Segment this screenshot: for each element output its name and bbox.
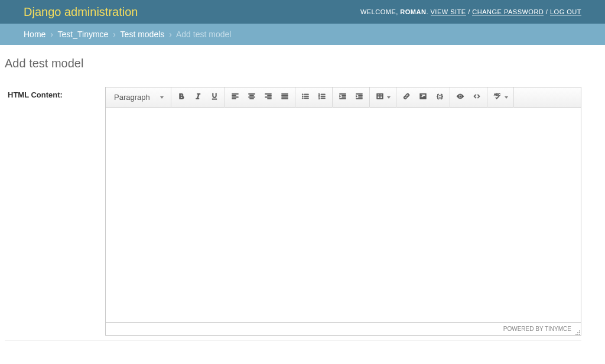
align-center-icon (247, 92, 256, 103)
format-select-label: Paragraph (114, 93, 150, 102)
image-icon (418, 92, 428, 103)
link-icon (402, 92, 411, 103)
svg-point-13 (579, 330, 580, 332)
breadcrumb-app[interactable]: Test_Tinymce (58, 30, 109, 39)
align-right-button[interactable] (260, 90, 277, 105)
admin-header: Django administration WELCOME, ROMAN. VI… (0, 0, 605, 24)
eye-icon (456, 92, 465, 103)
italic-icon (193, 92, 203, 103)
svg-point-1 (302, 96, 303, 97)
toolbar-group-view (450, 87, 487, 108)
align-left-icon (230, 92, 240, 103)
field-body: Paragraph (105, 87, 581, 336)
codesample-button[interactable]: {;} (431, 90, 448, 105)
user-tools: WELCOME, ROMAN. VIEW SITE / CHANGE PASSW… (360, 8, 581, 15)
chevron-down-icon (160, 96, 164, 99)
branding: Django administration (24, 5, 138, 19)
view-site-link[interactable]: VIEW SITE (431, 8, 466, 16)
table-button[interactable] (372, 90, 394, 105)
html-content-label: HTML Content: (5, 87, 105, 336)
preview-button[interactable] (452, 90, 469, 105)
numbered-list-button[interactable]: 123 (314, 90, 330, 105)
link-button[interactable] (398, 90, 415, 105)
align-right-icon (264, 92, 273, 103)
codesample-icon: {;} (435, 92, 444, 103)
breadcrumb-current: Add test model (176, 30, 231, 39)
chevron-down-icon (505, 96, 508, 99)
numbered-list-icon: 123 (317, 92, 327, 103)
spellcheck-button[interactable]: ABC (489, 90, 512, 105)
username: ROMAN (400, 8, 426, 15)
align-justify-icon (280, 92, 290, 103)
tinymce-statusbar: POWERED BY TINYMCE (106, 322, 581, 335)
breadcrumbs: Home › Test_Tinymce › Test models › Add … (0, 24, 605, 45)
svg-text:{;}: {;} (437, 93, 443, 99)
underline-icon (210, 92, 219, 103)
code-button[interactable] (469, 90, 485, 105)
toolbar-group-align (225, 87, 295, 108)
toolbar-group-table (370, 87, 396, 108)
bullet-list-icon (301, 92, 310, 103)
svg-point-8 (579, 334, 580, 335)
change-password-link[interactable]: CHANGE PASSWORD (472, 8, 544, 16)
bold-button[interactable] (173, 90, 190, 105)
toolbar-group-format: Paragraph (106, 87, 171, 108)
branding-link[interactable]: Django administration (24, 5, 138, 18)
welcome-text: WELCOME, (360, 8, 400, 15)
logout-link[interactable]: LOG OUT (550, 8, 581, 16)
spellcheck-icon: ABC (493, 92, 502, 103)
align-justify-button[interactable] (277, 90, 293, 105)
format-select[interactable]: Paragraph (108, 90, 169, 105)
breadcrumb-model[interactable]: Test models (121, 30, 165, 39)
image-button[interactable] (415, 90, 431, 105)
svg-point-9 (577, 334, 578, 335)
svg-point-2 (302, 98, 303, 99)
content: Add test model HTML Content: Paragraph (0, 45, 605, 341)
bold-icon (177, 92, 186, 103)
resize-icon (574, 328, 581, 337)
chevron-down-icon (387, 96, 391, 99)
form-row-html-content: HTML Content: Paragraph (5, 82, 581, 341)
svg-point-11 (575, 334, 577, 335)
indent-button[interactable] (351, 90, 367, 105)
toolbar-group-indent (333, 87, 370, 108)
page-title: Add test model (5, 57, 581, 70)
table-icon (375, 92, 385, 103)
align-left-button[interactable] (227, 90, 243, 105)
underline-button[interactable] (206, 90, 223, 105)
svg-text:ABC: ABC (494, 93, 500, 96)
code-icon (472, 92, 482, 103)
svg-point-0 (302, 94, 303, 95)
breadcrumb-home[interactable]: Home (24, 30, 45, 39)
svg-text:3: 3 (318, 97, 320, 100)
tinymce-edit-area[interactable] (106, 108, 581, 322)
toolbar-group-list: 123 (295, 87, 333, 108)
toolbar-group-insert: {;} (396, 87, 450, 108)
italic-button[interactable] (190, 90, 206, 105)
tinymce-toolbar: Paragraph (106, 87, 581, 108)
toolbar-group-spell: ABC (487, 87, 514, 108)
resize-handle[interactable] (574, 328, 581, 335)
svg-point-10 (579, 332, 580, 333)
outdent-button[interactable] (334, 90, 351, 105)
indent-icon (354, 92, 364, 103)
toolbar-group-text (171, 87, 225, 108)
align-center-button[interactable] (243, 90, 260, 105)
tinymce-editor: Paragraph (105, 87, 581, 336)
bullet-list-button[interactable] (297, 90, 314, 105)
outdent-icon (338, 92, 347, 103)
svg-point-12 (577, 332, 578, 333)
tinymce-branding: POWERED BY TINYMCE (503, 326, 578, 332)
